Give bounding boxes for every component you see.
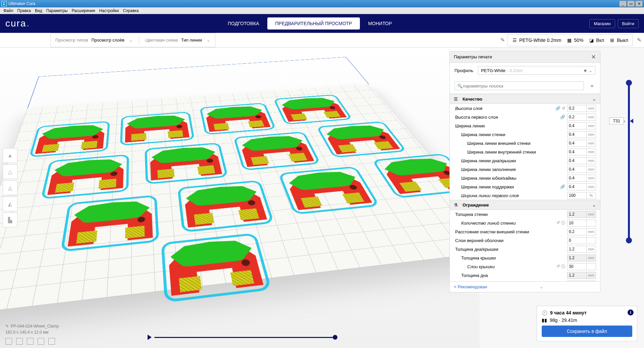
setting-input[interactable]: mm (567, 175, 596, 182)
edit-icon[interactable]: ✎ (497, 34, 507, 46)
view-type-selector[interactable]: Просмотр типов Просмотр слоёв ⌄ Цветовая… (50, 33, 215, 47)
reset-icon[interactable]: ↺ (562, 106, 565, 111)
timeline-track[interactable] (154, 337, 335, 338)
adhesion-value: Выкл (617, 38, 628, 43)
print-time: 9 часа 44 минут (550, 310, 587, 315)
material-usage: 98g · 29.41m (550, 317, 577, 323)
tab-prepare[interactable]: ПОДГОТОВКА (220, 17, 267, 30)
tool-view-custom[interactable]: ▙ (3, 213, 17, 227)
print-settings-summary[interactable]: ☰PETG-White 0.2mm ▦50% ◪Вкл ⊞Выкл (507, 34, 633, 46)
app-icon: C (1, 1, 7, 6)
tool-view-solid[interactable]: ▲ (3, 148, 17, 163)
view-icon-3[interactable] (27, 338, 34, 345)
clock-icon: 🕘 (542, 310, 547, 315)
left-toolbar: ▲ △ ◬ ◭ ▙ (3, 148, 17, 227)
pencil-icon[interactable]: ✎ (5, 324, 9, 329)
setting-input[interactable] (567, 263, 596, 270)
menu-extensions[interactable]: Расширения (70, 8, 97, 13)
setting-input[interactable] (567, 220, 596, 227)
object-name: PP-044-024-Wheel_Clamp (11, 324, 59, 329)
settings-search-input[interactable] (454, 81, 584, 90)
window-maximize-button[interactable]: ▭ (627, 1, 635, 7)
layer-slider-value: 731 (609, 117, 624, 124)
login-button[interactable]: Войти (618, 19, 639, 28)
setting-input[interactable]: mm (567, 157, 596, 164)
print-settings-panel: Параметры печати ✕ Профиль PETG-White - … (449, 51, 600, 292)
info-icon[interactable]: i (628, 309, 634, 315)
color-scheme-label: Цветовая схема (145, 38, 178, 43)
edit-settings-icon[interactable]: ✎ (634, 34, 644, 46)
menu-parameters[interactable]: Параметры (44, 8, 70, 13)
section-walls[interactable]: ⚗ Ограждение ⌄ (450, 200, 600, 210)
panel-close-icon[interactable]: ✕ (591, 53, 596, 61)
setting-input[interactable]: mm (567, 211, 596, 218)
profile-selector[interactable]: PETG-White - 0.2mm ★ ⌄ (478, 66, 595, 75)
setting-input[interactable]: mm (567, 140, 596, 147)
view-icon-1[interactable] (5, 338, 12, 345)
simulation-timeline[interactable] (148, 334, 335, 341)
setting-input[interactable]: mm (567, 114, 596, 121)
setting-input[interactable]: mm (567, 149, 596, 156)
setting-input[interactable]: mm (567, 228, 596, 235)
layer-slider-top-knob[interactable] (626, 80, 632, 86)
hamburger-icon[interactable]: ≡ (589, 83, 595, 89)
support-icon: ◪ (589, 38, 594, 43)
link-icon[interactable]: 🔗 (555, 106, 560, 111)
window-close-button[interactable]: ✕ (635, 1, 643, 7)
app-header: cura. ПОДГОТОВКА ПРЕДВАРИТЕЛЬНЫЙ ПРОСМОТ… (0, 14, 644, 33)
layers-icon: ☰ (512, 38, 517, 43)
play-icon[interactable] (148, 335, 152, 340)
chevron-down-icon[interactable]: ⌄ (540, 284, 543, 289)
link-icon[interactable]: 🔗 (560, 184, 565, 189)
view-type-label: Просмотр типов (55, 38, 88, 43)
setting-input[interactable]: % (567, 192, 596, 199)
info-icon[interactable]: ⓘ (561, 264, 565, 270)
layer-slider[interactable]: 731 (604, 81, 637, 242)
view-icon-2[interactable] (16, 338, 23, 345)
setting-input[interactable] (567, 237, 596, 244)
menu-view[interactable]: Вид (33, 8, 44, 13)
setting-input[interactable]: mm (567, 166, 596, 173)
tab-preview[interactable]: ПРЕДВАРИТЕЛЬНЫЙ ПРОСМОТР (267, 17, 360, 30)
settings-list[interactable]: ☰ Качество ⌄ Высота слоя🔗↺mm Высота перв… (450, 94, 600, 281)
save-to-file-button[interactable]: Сохранить в файл (542, 326, 632, 337)
setting-input[interactable]: mm (567, 105, 596, 112)
reset-icon[interactable]: ↺ (556, 220, 560, 226)
menu-help[interactable]: Справка (121, 8, 141, 13)
object-dimensions: 162.0 x 140.4 x 12.0 мм (5, 330, 59, 335)
view-icons-row (5, 338, 55, 345)
setting-input[interactable]: mm (567, 246, 596, 253)
sub-header: Просмотр типов Просмотр слоёв ⌄ Цветовая… (0, 33, 644, 48)
view-icon-4[interactable] (38, 338, 44, 345)
slice-result-box: i 🕘9 часа 44 минут ▮▮98g · 29.41m Сохран… (537, 306, 637, 341)
info-icon[interactable]: ⓘ (561, 220, 565, 226)
marketplace-button[interactable]: Магазин (589, 19, 615, 28)
filament-icon: ▮▮ (542, 317, 547, 323)
menu-file[interactable]: Файл (1, 8, 15, 13)
setting-input[interactable]: mm (567, 183, 596, 190)
menu-settings[interactable]: Настройки (97, 8, 121, 13)
search-icon: 🔍 (457, 83, 463, 89)
layer-slider-pointer[interactable] (630, 119, 633, 123)
menu-bar: Файл Правка Вид Параметры Расширения Нас… (0, 7, 644, 14)
support-value: Вкл (596, 38, 604, 43)
tool-view-prepare[interactable]: ◭ (3, 196, 17, 211)
setting-input[interactable]: mm (567, 272, 596, 279)
layer-slider-bottom-knob[interactable] (626, 237, 632, 243)
tool-view-xray[interactable]: △ (3, 164, 17, 179)
setting-input[interactable]: mm (567, 254, 596, 262)
window-minimize-button[interactable]: _ (619, 1, 627, 7)
view-icon-5[interactable] (48, 338, 55, 345)
tool-view-layers[interactable]: ◬ (3, 180, 17, 195)
menu-edit[interactable]: Правка (15, 8, 33, 13)
tab-monitor[interactable]: МОНИТОР (360, 17, 400, 30)
3d-viewport[interactable] (0, 48, 480, 348)
setting-input[interactable]: mm (567, 131, 596, 138)
link-icon[interactable]: 🔗 (560, 115, 565, 119)
window-titlebar: C Ultimaker Cura _ ▭ ✕ (0, 0, 644, 7)
timeline-knob[interactable] (333, 335, 337, 340)
recommended-button[interactable]: <Рекомендован (454, 284, 487, 289)
section-quality[interactable]: ☰ Качество ⌄ (450, 94, 600, 104)
reset-icon[interactable]: ↺ (556, 264, 560, 270)
setting-input[interactable]: mm (567, 122, 596, 129)
